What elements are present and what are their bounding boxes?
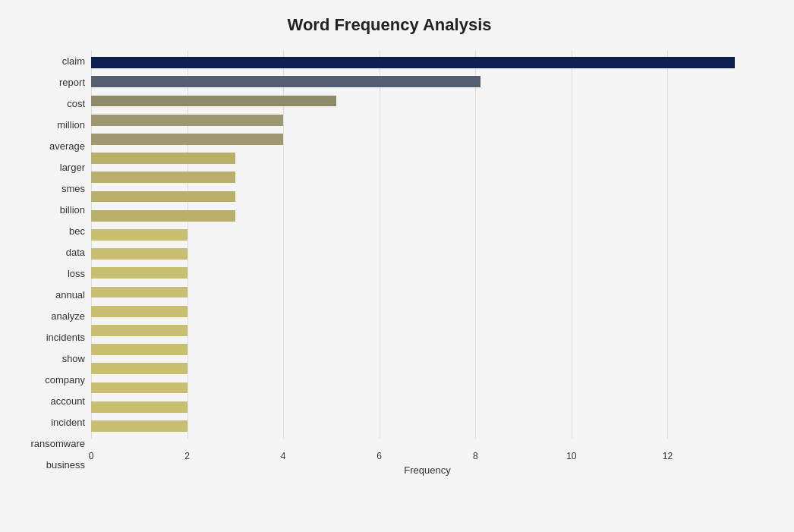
bar xyxy=(91,134,283,145)
bar-row xyxy=(91,378,764,397)
x-tick-label: 0 xyxy=(89,451,94,461)
bar xyxy=(91,401,187,413)
bar-row xyxy=(91,53,764,72)
y-label: bec xyxy=(69,226,85,236)
x-tick-label: 6 xyxy=(377,451,382,461)
y-label: billion xyxy=(60,205,85,215)
x-tick-label: 4 xyxy=(281,451,286,461)
bar xyxy=(91,267,187,279)
bar-row xyxy=(91,72,764,91)
bar xyxy=(91,115,283,126)
y-label: claim xyxy=(62,56,85,66)
y-label: incidents xyxy=(46,332,85,342)
bar xyxy=(91,96,336,107)
chart-title: Word Frequency Analysis xyxy=(15,15,764,35)
x-tick-label: 12 xyxy=(663,451,673,461)
bar xyxy=(91,76,480,87)
x-axis-title: Frequency xyxy=(91,464,764,476)
y-label: company xyxy=(45,375,85,385)
y-label: loss xyxy=(68,269,85,279)
chart-container: Word Frequency Analysis claimreportcostm… xyxy=(0,0,794,532)
bar-row xyxy=(91,398,764,417)
x-tick-label: 8 xyxy=(473,451,478,461)
bar-row xyxy=(91,302,764,321)
bar xyxy=(91,153,235,164)
bar-row xyxy=(91,187,764,206)
bar-row xyxy=(91,244,764,263)
bar xyxy=(91,210,235,222)
bar xyxy=(91,420,187,432)
bar xyxy=(91,306,187,317)
x-axis-labels: 024681012 xyxy=(91,439,764,461)
y-label: analyze xyxy=(51,311,85,321)
bar xyxy=(91,363,187,374)
bar xyxy=(91,344,187,355)
bar-row xyxy=(91,282,764,301)
bar-row xyxy=(91,111,764,130)
bar xyxy=(91,57,735,68)
y-label: million xyxy=(57,120,85,130)
y-label: business xyxy=(46,460,85,470)
bars-container xyxy=(91,50,764,439)
y-label: data xyxy=(66,247,85,257)
bar xyxy=(91,191,235,203)
y-axis: claimreportcostmillionaveragelargersmesb… xyxy=(15,50,91,476)
plot-area: 024681012 Frequency xyxy=(91,50,764,476)
bar-row xyxy=(91,206,764,225)
y-label: cost xyxy=(67,99,85,109)
bar xyxy=(91,248,187,260)
x-tick-label: 2 xyxy=(184,451,190,461)
bar-row xyxy=(91,168,764,187)
y-label: account xyxy=(50,396,85,406)
bar-row xyxy=(91,91,764,110)
y-label: average xyxy=(49,141,85,151)
bar xyxy=(91,172,235,183)
x-tick-label: 10 xyxy=(566,451,576,461)
y-label: ransomware xyxy=(30,439,85,449)
bar xyxy=(91,382,187,394)
y-label: incident xyxy=(51,417,85,427)
bar-row xyxy=(91,340,764,359)
bar-row xyxy=(91,149,764,168)
bar-row xyxy=(91,321,764,340)
y-label: show xyxy=(62,354,85,364)
y-label: larger xyxy=(60,162,85,172)
bar xyxy=(91,229,187,241)
bar-row xyxy=(91,417,764,436)
grid-and-bars: 024681012 xyxy=(91,50,764,461)
y-label: smes xyxy=(61,184,85,194)
bar-row xyxy=(91,130,764,149)
y-label: report xyxy=(59,77,85,87)
chart-area: claimreportcostmillionaveragelargersmesb… xyxy=(15,50,764,476)
bar xyxy=(91,325,187,336)
bar xyxy=(91,287,187,298)
y-label: annual xyxy=(55,290,85,300)
bar-row xyxy=(91,263,764,282)
bar-row xyxy=(91,359,764,378)
bar-row xyxy=(91,225,764,244)
